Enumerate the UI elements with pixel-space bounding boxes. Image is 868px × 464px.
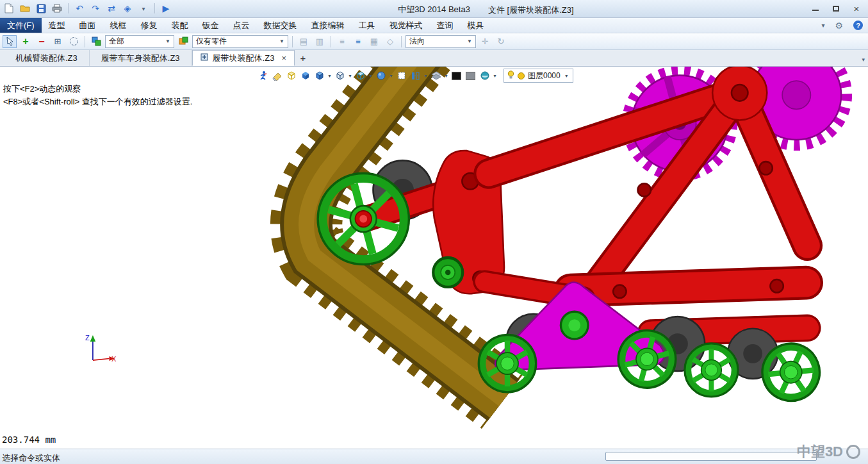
chevron-down-icon[interactable]: ▾ — [443, 73, 449, 79]
ribbon-tab-visual-style[interactable]: 视觉样式 — [382, 18, 430, 33]
ribbon-tab-surface[interactable]: 曲面 — [72, 18, 103, 33]
ribbon-tab-mold[interactable]: 模具 — [461, 18, 491, 33]
align-blue-icon[interactable]: ≡ — [351, 35, 365, 48]
assembly-icon — [201, 53, 208, 63]
ribbon-tab-wireframe[interactable]: 线框 — [103, 18, 134, 33]
ribbon-tab-tools[interactable]: 工具 — [352, 18, 382, 33]
align-grid-icon[interactable]: ▦ — [367, 35, 381, 48]
view-toolbar: ▾ ▾ ▾ ▾ ▾ ▾ ▾ 图层0000 ▾ — [256, 69, 573, 83]
zw3d-watermark: 中望3D — [797, 442, 860, 461]
wireframe-cube-icon[interactable] — [284, 69, 298, 83]
section-view-icon[interactable] — [409, 69, 422, 83]
black-color-swatch[interactable] — [450, 69, 463, 83]
part-roller-green[interactable] — [433, 258, 463, 287]
doc-tab-2[interactable]: 履带车车身装配体.Z3 — [90, 50, 192, 66]
status-prompt: 选择命令或实体 — [2, 452, 60, 464]
doc-tab-1[interactable]: 机械臂装配体.Z3 — [4, 50, 90, 66]
lightbulb-icon[interactable] — [507, 70, 514, 81]
close-tab-icon[interactable]: × — [281, 53, 286, 63]
hint-text-2: <F8>或者<Shift-roll> 查找下一个有效的过滤器设置. — [3, 96, 192, 108]
lasso-icon[interactable] — [67, 35, 81, 48]
ribbon-tab-inquire[interactable]: 查询 — [430, 18, 461, 33]
orient-diamond-icon[interactable]: ◇ — [383, 35, 397, 48]
layer-chevron-down-icon[interactable]: ▾ — [564, 73, 569, 79]
chevron-down-icon[interactable]: ▾ — [327, 73, 332, 79]
layer-selector[interactable]: 图层0000 ▾ — [504, 69, 573, 83]
hint-text-1: 按下<F2>动态的观察 — [3, 83, 81, 95]
ribbon-tab-shape[interactable]: 造型 — [42, 18, 72, 33]
rotate-tool-icon[interactable]: ↻ — [494, 35, 508, 48]
status-slider-track[interactable] — [605, 452, 817, 461]
eraser-icon[interactable] — [270, 69, 284, 83]
window-controls: × — [807, 3, 865, 14]
toolbar-separator — [331, 36, 331, 47]
toolbar-separator — [85, 36, 85, 47]
gray-color-swatch[interactable] — [464, 69, 477, 83]
sphere-view-icon[interactable] — [374, 69, 388, 83]
tab-overflow-chevron-icon[interactable]: ▾ — [862, 56, 865, 63]
axis-triad: Z X — [85, 334, 117, 362]
ribbon-tab-sheetmetal[interactable]: 钣金 — [195, 18, 226, 33]
layers-stack-icon[interactable] — [429, 69, 443, 83]
app-title: 中望3D 2014 Beta3 — [0, 4, 868, 15]
filter-type-combobox[interactable]: 全部▼ — [105, 35, 174, 48]
chevron-down-icon[interactable]: ▾ — [423, 73, 429, 79]
axis-x-label: X — [111, 355, 117, 363]
ribbon-tab-assembly[interactable]: 装配 — [165, 18, 195, 33]
chevron-down-icon[interactable]: ▾ — [492, 73, 498, 79]
toolbar-separator — [401, 36, 402, 47]
new-tab-button[interactable]: + — [295, 50, 311, 66]
animate-runner-icon[interactable] — [256, 69, 270, 83]
ribbon-tab-repair[interactable]: 修复 — [134, 18, 165, 33]
shaded-cube-icon[interactable] — [299, 69, 312, 83]
remove-select-icon[interactable]: − — [35, 35, 49, 48]
selection-toolbar: + − ⊞ 全部▼ 仅有零件▼ ▤ ▥ ≡ ≡ ▦ ◇ 法向▼ ✛ ↻ — [0, 33, 868, 50]
close-button[interactable]: × — [848, 3, 865, 14]
snap-plane-icon[interactable]: ▥ — [313, 35, 327, 48]
ribbon-tab-direct-edit[interactable]: 直接编辑 — [304, 18, 352, 33]
document-tab-bar: 机械臂装配体.Z3 履带车车身装配体.Z3 履带块装配体.Z3 × + ▾ — [0, 50, 868, 67]
measurement-readout: 203.744 mm — [2, 435, 56, 445]
toolbar-separator — [292, 36, 293, 47]
ribbon-tab-bar: 文件(F) 造型 曲面 线框 修复 装配 钣金 点云 数据交换 直接编辑 工具 … — [0, 18, 868, 33]
zw3d-logo-icon — [846, 445, 860, 459]
select-cursor-icon[interactable] — [3, 35, 17, 48]
chevron-down-icon[interactable]: ▾ — [368, 73, 373, 79]
status-bar: 选择命令或实体 — [0, 449, 868, 464]
bounds-box-icon[interactable] — [395, 69, 408, 83]
ribbon-tab-data-exchange[interactable]: 数据交换 — [257, 18, 304, 33]
shaded-edges-cube-icon[interactable] — [313, 69, 326, 83]
wire-cube-blue-icon[interactable] — [354, 69, 367, 83]
pick-box-icon[interactable]: ⊞ — [51, 35, 65, 48]
doc-tab-active[interactable]: 履带块装配体.Z3 × — [192, 50, 295, 66]
orientation-combobox[interactable]: 法向▼ — [405, 35, 476, 48]
model-3d-view[interactable]: Z X — [0, 67, 868, 449]
help-icon[interactable]: ? — [853, 21, 863, 30]
window-doc-title: 文件 [履带块装配体.Z3] — [488, 4, 574, 16]
highlight-filter-icon[interactable] — [176, 35, 190, 48]
filter-color-icon[interactable] — [89, 35, 103, 48]
layer-color-swatch[interactable] — [518, 72, 525, 79]
layer-name: 图层0000 — [528, 70, 561, 81]
settings-gear-icon[interactable]: ⚙ — [835, 21, 843, 31]
minimize-button[interactable] — [807, 3, 824, 14]
graphics-area[interactable]: Z X ▾ ▾ ▾ ▾ ▾ — [0, 67, 868, 449]
maximize-button[interactable] — [827, 3, 845, 14]
move-tool-icon[interactable]: ✛ — [478, 35, 492, 48]
align-list-icon[interactable]: ≡ — [335, 35, 349, 48]
chevron-down-icon[interactable]: ▾ — [347, 73, 353, 79]
add-select-icon[interactable]: + — [19, 35, 33, 48]
title-bar: ↶ ↷ ⇄ ◈ ▾ ▶ 中望3D 2014 Beta3 文件 [履带块装配体.Z… — [0, 0, 868, 18]
hidden-line-cube-icon[interactable] — [333, 69, 347, 83]
chevron-down-icon[interactable]: ▾ — [388, 73, 394, 79]
ribbon-tab-pointcloud[interactable]: 点云 — [226, 18, 257, 33]
material-view-icon[interactable] — [478, 69, 491, 83]
snap-grid-icon[interactable]: ▤ — [297, 35, 311, 48]
ribbon-chevron-down-icon[interactable]: ▾ — [821, 22, 824, 29]
ribbon-tab-file[interactable]: 文件(F) — [0, 18, 42, 33]
filter-scope-combobox[interactable]: 仅有零件▼ — [192, 35, 288, 48]
part-wheel-green-3[interactable] — [685, 344, 737, 396]
axis-z-label: Z — [85, 334, 90, 342]
